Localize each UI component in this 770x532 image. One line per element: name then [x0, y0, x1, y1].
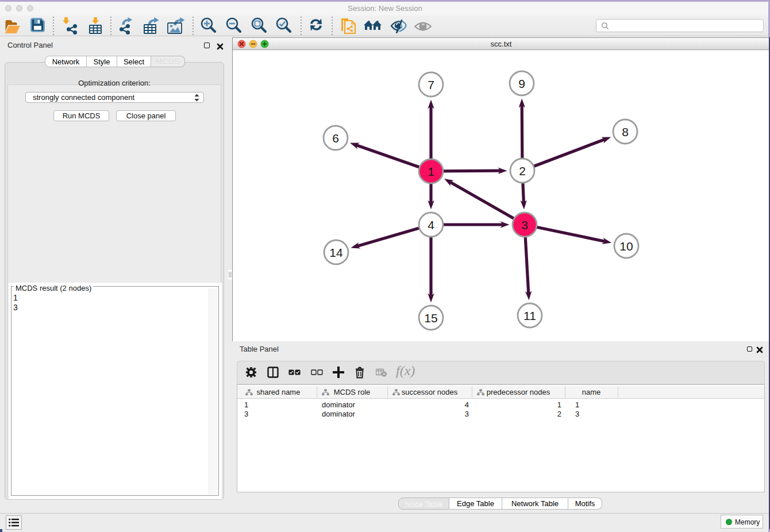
svg-text:4: 4	[428, 218, 434, 232]
svg-text:2: 2	[519, 164, 526, 178]
svg-text:15: 15	[424, 311, 437, 325]
svg-text:9: 9	[518, 77, 525, 90]
svg-text:6: 6	[332, 132, 339, 145]
svg-text:3: 3	[521, 218, 528, 232]
svg-text:1: 1	[428, 165, 434, 178]
svg-text:7: 7	[428, 78, 434, 91]
svg-text:10: 10	[619, 240, 633, 253]
svg-text:8: 8	[622, 125, 629, 138]
svg-text:14: 14	[329, 246, 343, 259]
svg-text:11: 11	[523, 309, 536, 322]
